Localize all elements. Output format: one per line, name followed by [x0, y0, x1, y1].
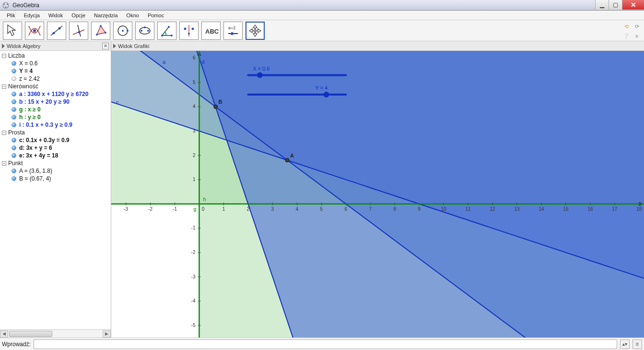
tool-move[interactable] — [3, 22, 22, 40]
tree-cat-punkt[interactable]: −Punkt — [0, 159, 111, 167]
tool-perpendicular[interactable] — [69, 22, 88, 40]
tree-item-Y[interactable]: Y = 4 — [0, 67, 111, 75]
svg-point-20 — [147, 30, 149, 32]
menu-okno[interactable]: Okno — [123, 12, 143, 19]
tree-item-d[interactable]: d: 3x + y = 6 — [0, 144, 111, 152]
tool-point[interactable] — [25, 22, 44, 40]
svg-text:a=2: a=2 — [228, 25, 235, 30]
svg-text:4: 4 — [193, 104, 196, 109]
close-button[interactable]: ✕ — [622, 0, 644, 10]
tree-item-B[interactable]: B = (0.67, 4) — [0, 175, 111, 182]
svg-text:11: 11 — [466, 206, 471, 212]
svg-text:-3: -3 — [124, 206, 128, 212]
svg-text:3: 3 — [271, 206, 274, 212]
algebra-panel-header[interactable]: Widok Algebry ✕ — [0, 41, 111, 51]
tree-cat-prosta[interactable]: −Prosta — [0, 129, 111, 136]
algebra-scrollbar[interactable]: ◀ ▶ — [0, 329, 111, 338]
svg-point-12 — [96, 34, 98, 36]
svg-text:g: g — [193, 206, 196, 212]
input-history-button[interactable]: ▴▾ — [620, 339, 630, 349]
svg-line-9 — [78, 25, 81, 36]
maximize-button[interactable]: ▢ — [609, 0, 622, 10]
tree-item-z[interactable]: z = 2.42 — [0, 75, 111, 83]
svg-text:7: 7 — [369, 206, 372, 212]
collapse-icon — [2, 44, 5, 48]
menu-narzedzia[interactable]: Narzędzia — [90, 12, 122, 19]
tree-item-e[interactable]: e: 3x + 4y = 18 — [0, 152, 111, 159]
toolbar-right: ⟲ ⟳ ❔ ≡ — [622, 22, 641, 40]
svg-text:2: 2 — [193, 153, 196, 158]
svg-text:5: 5 — [193, 80, 196, 85]
tree-item-A[interactable]: A = (3.6, 1.8) — [0, 167, 111, 175]
tool-ellipse[interactable] — [135, 22, 154, 40]
svg-text:10: 10 — [441, 206, 447, 212]
svg-line-5 — [51, 26, 62, 36]
tree-item-b[interactable]: b : 15 x + 20 y ≥ 90 — [0, 98, 111, 106]
command-input[interactable] — [34, 339, 617, 349]
tool-circle[interactable] — [113, 22, 132, 40]
input-bar: Wprowadź: ▴▾ α — [0, 338, 644, 350]
svg-point-10 — [78, 31, 81, 33]
svg-marker-11 — [97, 26, 105, 35]
menu-edycja[interactable]: Edycja — [20, 12, 44, 19]
svg-text:15: 15 — [563, 206, 569, 212]
menu-widok[interactable]: Widok — [45, 12, 67, 19]
svg-text:B: B — [219, 99, 222, 105]
svg-text:16: 16 — [587, 206, 593, 212]
input-label: Wprowadź: — [2, 341, 31, 348]
svg-point-116 — [214, 105, 218, 109]
tree-item-i[interactable]: i : 0.1 x + 0.3 y ≥ 0.9 — [0, 121, 111, 129]
redo-icon[interactable]: ⟳ — [632, 22, 641, 31]
svg-text:-4: -4 — [191, 298, 196, 303]
undo-icon[interactable]: ⟲ — [622, 22, 631, 31]
graphics-view[interactable]: -3-2-10123456789101112131415161718-5-4-3… — [111, 51, 644, 338]
svg-point-125 — [257, 72, 263, 78]
svg-text:h: h — [203, 196, 206, 202]
settings-icon[interactable]: ≡ — [632, 32, 641, 40]
svg-text:17: 17 — [612, 206, 618, 212]
scroll-right-icon[interactable]: ▶ — [103, 330, 111, 338]
menu-opcje[interactable]: Opcje — [68, 12, 89, 19]
algebra-close-button[interactable]: ✕ — [102, 43, 109, 49]
tree-item-h[interactable]: h : y ≥ 0 — [0, 113, 111, 121]
tool-move-view[interactable] — [246, 22, 265, 40]
svg-point-26 — [184, 27, 187, 30]
menubar: Plik Edycja Widok Opcje Narzędzia Okno P… — [0, 11, 644, 20]
svg-point-32 — [231, 32, 234, 35]
tree-item-a[interactable]: a : 3360 x + 1120 y ≥ 6720 — [0, 90, 111, 98]
tool-slider[interactable]: a=2 — [223, 22, 243, 40]
tool-polygon[interactable] — [91, 22, 110, 40]
graphics-panel-header[interactable]: Widok Grafiki — [111, 41, 644, 51]
scroll-left-icon[interactable]: ◀ — [0, 330, 8, 338]
minimize-button[interactable]: ▁ — [595, 0, 609, 10]
tool-angle[interactable] — [157, 22, 176, 40]
svg-text:-3: -3 — [191, 274, 196, 279]
graphics-panel: Widok Grafiki -3-2-101234567891011121314… — [111, 41, 644, 338]
svg-point-24 — [168, 26, 170, 28]
tree-item-g[interactable]: g : x ≥ 0 — [0, 106, 111, 113]
help-icon[interactable]: ❔ — [622, 32, 631, 40]
menu-pomoc[interactable]: Pomoc — [144, 12, 168, 19]
tree-item-X[interactable]: X = 0.6 — [0, 60, 111, 67]
menu-plik[interactable]: Plik — [3, 12, 19, 19]
tool-text[interactable]: ABC — [201, 22, 221, 40]
svg-text:Y = 4: Y = 4 — [315, 85, 328, 91]
svg-text:c: c — [116, 99, 119, 105]
svg-point-22 — [161, 35, 163, 36]
svg-text:18: 18 — [636, 206, 642, 212]
input-symbols-button[interactable]: α — [632, 339, 642, 349]
tool-reflect[interactable] — [179, 22, 199, 40]
svg-text:13: 13 — [514, 206, 520, 212]
graphics-panel-title: Widok Grafiki — [118, 43, 149, 49]
tree-cat-liczba[interactable]: −Liczba — [0, 52, 111, 60]
svg-text:1: 1 — [222, 206, 225, 212]
toolbar: ABC a=2 ⟲ ⟳ ❔ ≡ — [0, 20, 644, 41]
svg-point-4 — [33, 29, 36, 32]
window-controls: ▁ ▢ ✕ — [595, 0, 644, 10]
graph-canvas[interactable]: -3-2-10123456789101112131415161718-5-4-3… — [111, 51, 644, 338]
tool-line[interactable] — [47, 22, 66, 40]
svg-text:9: 9 — [418, 206, 421, 212]
svg-text:a: a — [163, 59, 166, 65]
tree-cat-nier[interactable]: −Nierówność — [0, 83, 111, 90]
tree-item-c[interactable]: c: 0.1x + 0.3y = 0.9 — [0, 136, 111, 144]
